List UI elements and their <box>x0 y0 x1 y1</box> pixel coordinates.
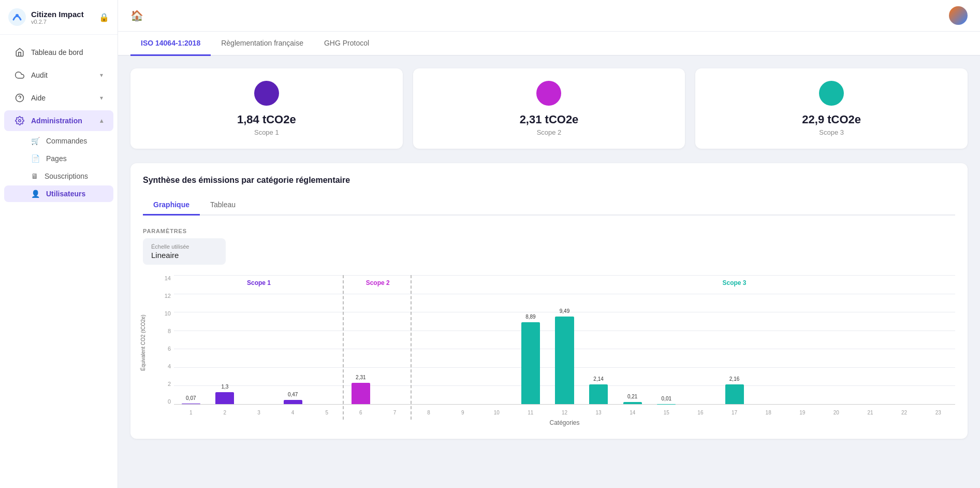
scope2-value: 2,31 tCO2e <box>520 113 579 126</box>
x-label-12: 12 <box>562 410 567 415</box>
chevron-down-icon: ▾ <box>100 71 103 79</box>
x-axis-label: Catégories <box>174 419 955 426</box>
lock-icon: 🔒 <box>99 12 109 22</box>
chart-tab-graphique[interactable]: Graphique <box>143 195 200 216</box>
app-logo-icon <box>8 8 26 26</box>
y-tick-8: 8 <box>168 328 171 334</box>
params-section: PARAMÈTRES Échelle utilisée Lineaire <box>143 228 955 265</box>
scope-cards-grid: 1,84 tCO2e Scope 1 2,31 tCO2e Scope 2 22… <box>130 68 968 149</box>
y-tick-14: 14 <box>165 275 171 281</box>
sidebar-sub-utilisateurs[interactable]: 👤 Utilisateurs <box>4 185 113 202</box>
bar-value-label-17: 2,16 <box>729 376 739 382</box>
bar-value-label-11: 8,89 <box>525 314 535 320</box>
app-version: v0.2.7 <box>31 19 84 25</box>
bar-column-11: 118,89 <box>514 275 548 404</box>
sidebar-item-audit[interactable]: Audit ▾ <box>4 65 113 85</box>
x-label-5: 5 <box>325 410 328 415</box>
bar-value-label-15: 0,01 <box>662 396 671 401</box>
standards-tab-bar: ISO 14064-1:2018 Règlementation français… <box>118 32 980 56</box>
bar-column-9: 9 <box>446 275 480 404</box>
y-tick-4: 4 <box>168 363 171 369</box>
tab-iso[interactable]: ISO 14064-1:2018 <box>130 32 211 56</box>
avatar[interactable] <box>949 6 968 25</box>
x-label-22: 22 <box>901 410 907 415</box>
scale-select[interactable]: Échelle utilisée Lineaire <box>143 238 226 265</box>
main-content: 🏠 ISO 14064-1:2018 Règlementation frança… <box>118 0 980 488</box>
sidebar: Citizen Impact v0.2.7 🔒 Tableau de bord … <box>0 0 118 488</box>
bar-2: 1,3 <box>215 392 234 404</box>
bar-column-10: 10 <box>479 275 514 404</box>
chevron-up-icon: ▴ <box>100 117 103 124</box>
bar-1: 0,07 <box>182 404 200 404</box>
scope2-card: 2,31 tCO2e Scope 2 <box>413 68 685 149</box>
x-label-4: 4 <box>291 410 295 415</box>
tab-ghg[interactable]: GHG Protocol <box>314 32 379 56</box>
cloud-icon <box>14 70 25 80</box>
chart-with-yaxis: Équivalent CO2 (tCO2e) 14 12 10 8 6 4 2 … <box>143 275 955 405</box>
bar-column-7: 7 <box>378 275 412 404</box>
scope2-dot <box>536 81 561 106</box>
y-axis-label: Équivalent CO2 (tCO2e) <box>140 312 146 374</box>
x-label-23: 23 <box>935 410 941 415</box>
sidebar-sub-item-label: Commandes <box>46 137 87 145</box>
scale-label: Échelle utilisée <box>151 243 217 250</box>
bar-chart-wrapper: Équivalent CO2 (tCO2e) 14 12 10 8 6 4 2 … <box>143 275 955 426</box>
x-label-15: 15 <box>664 410 669 415</box>
bar-14: 0,21 <box>623 402 642 404</box>
chart-tab-tableau[interactable]: Tableau <box>200 195 246 216</box>
bar-column-12: 129,49 <box>548 275 582 404</box>
bar-value-label-12: 9,49 <box>560 308 569 314</box>
sidebar-logo: Citizen Impact v0.2.7 🔒 <box>0 0 118 35</box>
sidebar-item-label: Administration <box>31 117 82 125</box>
bar-column-2: 21,3 <box>208 275 242 404</box>
scope3-label: Scope 3 <box>819 128 844 136</box>
y-tick-2: 2 <box>168 381 171 387</box>
sidebar-sub-souscriptions[interactable]: 🖥 Souscriptions <box>4 168 113 184</box>
sidebar-item-administration[interactable]: Administration ▴ <box>4 110 113 131</box>
scope1-value: 1,84 tCO2e <box>237 113 296 126</box>
x-label-2: 2 <box>224 410 227 415</box>
bar-column-20: 20 <box>820 275 854 404</box>
scope2-label: Scope 2 <box>537 128 562 136</box>
svg-point-4 <box>19 120 21 122</box>
scope3-value: 22,9 tCO2e <box>802 113 861 126</box>
bar-column-5: 5 <box>310 275 344 404</box>
cart-icon: 🛒 <box>31 137 40 145</box>
sidebar-item-tableau-de-bord[interactable]: Tableau de bord <box>4 42 113 63</box>
sidebar-item-label: Audit <box>31 71 48 79</box>
sidebar-sub-item-label: Utilisateurs <box>46 190 85 198</box>
home-icon <box>14 47 25 58</box>
y-tick-6: 6 <box>168 346 171 352</box>
chart-section: Synthèse des émissions par catégorie rég… <box>130 163 968 439</box>
y-tick-10: 10 <box>165 310 171 317</box>
bar-value-label-1: 0,07 <box>186 395 196 401</box>
home-breadcrumb-icon[interactable]: 🏠 <box>130 9 143 22</box>
bar-column-15: 150,01 <box>650 275 684 404</box>
sidebar-item-aide[interactable]: Aide ▾ <box>4 88 113 108</box>
bar-column-23: 23 <box>921 275 955 404</box>
tab-french[interactable]: Règlementation française <box>211 32 314 56</box>
x-label-16: 16 <box>697 410 703 415</box>
bar-13: 2,14 <box>589 384 608 404</box>
sidebar-sub-commandes[interactable]: 🛒 Commandes <box>4 133 113 149</box>
sidebar-nav: Tableau de bord Audit ▾ Aide ▾ Administr… <box>0 35 118 488</box>
gear-icon <box>14 116 25 126</box>
app-name: Citizen Impact <box>31 10 84 19</box>
chart-tab-bar: Graphique Tableau <box>143 195 955 216</box>
bar-column-18: 18 <box>751 275 785 404</box>
x-label-20: 20 <box>833 410 839 415</box>
chevron-down-icon: ▾ <box>100 94 103 102</box>
bar-value-label-13: 2,14 <box>593 376 603 382</box>
sidebar-sub-pages[interactable]: 📄 Pages <box>4 150 113 167</box>
bar-17: 2,16 <box>725 384 744 404</box>
bar-column-3: 3 <box>242 275 276 404</box>
x-label-14: 14 <box>630 410 635 415</box>
y-tick-12: 12 <box>165 293 171 299</box>
x-label-13: 13 <box>596 410 602 415</box>
bar-value-label-2: 1,3 <box>221 384 228 390</box>
bar-value-label-6: 2,31 <box>356 375 365 380</box>
bar-column-17: 172,16 <box>718 275 752 404</box>
x-label-21: 21 <box>867 410 873 415</box>
bar-11: 8,89 <box>521 322 540 404</box>
x-label-3: 3 <box>257 410 260 415</box>
